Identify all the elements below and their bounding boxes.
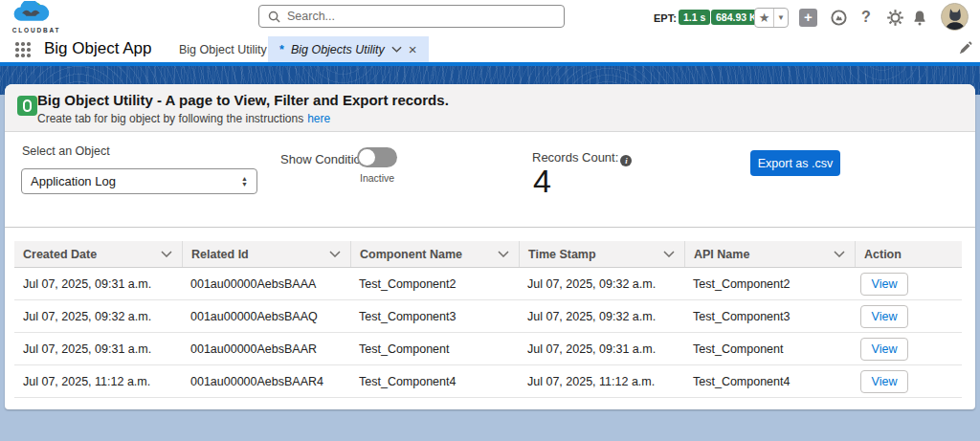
cell-component: Test_Component: [350, 333, 519, 364]
cell-timestamp: Jul 07, 2025, 09:32 a.m.: [519, 268, 684, 299]
cell-action: View: [855, 268, 962, 299]
cell-timestamp: Jul 07, 2025, 09:32 a.m.: [519, 300, 684, 332]
chevron-down-icon[interactable]: [663, 251, 675, 257]
page-title: Big Object Utility - A page to View, Fil…: [37, 92, 449, 108]
column-label: Action: [864, 248, 902, 261]
column-header-created-date[interactable]: Created Date: [14, 241, 182, 267]
chevron-down-icon[interactable]: [391, 46, 402, 53]
cell-component: Test_Component4: [350, 365, 519, 397]
chevron-down-icon[interactable]: [498, 251, 509, 257]
select-object-label: Select an Object: [22, 144, 110, 158]
show-conditions-toggle[interactable]: [357, 147, 397, 167]
big-object-utility-card: Big Object Utility - A page to View, Fil…: [5, 84, 975, 409]
global-search[interactable]: [258, 5, 565, 28]
info-icon[interactable]: i: [620, 155, 632, 166]
favorites-control: ★ ▼: [754, 8, 789, 28]
big-object-icon: [17, 96, 37, 116]
table-row: Jul 07, 2025, 09:32 a.m.001au00000AebsBA…: [14, 300, 962, 333]
notifications-button[interactable]: [910, 8, 929, 27]
toggle-knob: [359, 149, 375, 165]
tab-label: Big Objects Utility: [291, 43, 385, 56]
page-subtitle: Create tab for big object by following t…: [37, 112, 330, 125]
tab-big-objects-utility[interactable]: * Big Objects Utility ×: [268, 36, 429, 62]
cell-api: Test_Component: [684, 333, 855, 364]
tab-bar: Big Object App Big Object Utility V2 * B…: [0, 36, 980, 62]
global-header: CLOUDBAT EPT: 1.1 s 684.93 KB ★ ▼ + ?: [0, 0, 980, 36]
guidance-center-button[interactable]: [829, 8, 848, 27]
cell-created: Jul 07, 2025, 09:31 a.m.: [14, 333, 182, 364]
cell-component: Test_Component2: [350, 268, 519, 299]
column-label: Component Name: [360, 248, 462, 261]
cell-action: View: [855, 333, 962, 364]
favorite-star-button[interactable]: ★: [755, 9, 773, 27]
records-table: Created DateRelated IdComponent NameTime…: [14, 241, 962, 398]
table-body: Jul 07, 2025, 09:31 a.m.001au00000AebsBA…: [14, 268, 962, 398]
cell-timestamp: Jul 07, 2025, 11:12 a.m.: [519, 365, 684, 397]
edit-page-button[interactable]: [958, 41, 972, 59]
column-header-action: Action: [855, 241, 962, 267]
view-button[interactable]: View: [860, 338, 908, 361]
column-label: API Name: [694, 248, 749, 261]
column-label: Related Id: [191, 248, 249, 261]
cell-related: 001au00000AebsBAAA: [182, 268, 350, 299]
column-label: Time Stamp: [528, 248, 596, 261]
column-header-time-stamp[interactable]: Time Stamp: [519, 241, 684, 267]
chevron-down-icon[interactable]: [329, 251, 341, 257]
cell-created: Jul 07, 2025, 11:12 a.m.: [14, 365, 182, 397]
table-header-row: Created DateRelated IdComponent NameTime…: [14, 241, 962, 268]
app-launcher-icon[interactable]: [15, 42, 31, 57]
unsaved-marker: *: [279, 43, 284, 56]
table-row: Jul 07, 2025, 09:31 a.m.001au00000AebsBA…: [14, 268, 962, 300]
cell-action: View: [855, 300, 962, 332]
page-banner: Big Object Utility - A page to View, Fil…: [5, 84, 975, 132]
ept-label: EPT:: [654, 12, 677, 24]
page-root: CLOUDBAT EPT: 1.1 s 684.93 KB ★ ▼ + ?: [0, 0, 980, 441]
column-header-related-id[interactable]: Related Id: [182, 241, 350, 267]
export-csv-button[interactable]: Export as .csv: [750, 150, 840, 176]
column-header-api-name[interactable]: API Name: [684, 241, 855, 267]
subtitle-text: Create tab for big object by following t…: [37, 112, 303, 125]
cell-related: 001au00000AebsBAAR4: [182, 365, 350, 397]
quick-create-button[interactable]: +: [799, 9, 817, 27]
records-count-value: 4: [533, 163, 551, 200]
guidance-icon: [830, 9, 848, 27]
cell-created: Jul 07, 2025, 09:32 a.m.: [14, 300, 182, 332]
app-name: Big Object App: [44, 39, 151, 58]
chevron-down-icon[interactable]: [834, 251, 845, 257]
cell-created: Jul 07, 2025, 09:31 a.m.: [14, 268, 182, 299]
section-divider: [5, 227, 975, 228]
search-input[interactable]: [287, 10, 564, 23]
pencil-icon: [958, 41, 972, 55]
instructions-link[interactable]: here: [307, 112, 330, 125]
cloudbat-logo-icon: [8, 1, 57, 24]
user-avatar[interactable]: [941, 3, 969, 31]
cell-component: Test_Component3: [350, 300, 519, 332]
view-button[interactable]: View: [860, 370, 908, 393]
favorites-dropdown-button[interactable]: ▼: [774, 9, 788, 27]
cell-related: 001au00000AebsBAAQ: [182, 300, 350, 332]
toggle-state-text: Inactive: [360, 172, 394, 184]
column-header-component-name[interactable]: Component Name: [350, 241, 519, 267]
avatar-image: [942, 4, 969, 31]
app-logo[interactable]: CLOUDBAT: [8, 1, 65, 33]
close-tab-icon[interactable]: ×: [409, 42, 417, 56]
object-select-value: Application Log: [31, 174, 116, 188]
setup-button[interactable]: [885, 8, 904, 27]
cell-related: 001au00000AebsBAAR: [182, 333, 350, 364]
view-button[interactable]: View: [860, 273, 908, 296]
cell-api: Test_Component2: [684, 268, 855, 299]
bell-icon: [911, 9, 928, 27]
chevron-down-icon[interactable]: [161, 251, 172, 257]
help-button[interactable]: ?: [861, 9, 871, 26]
view-button[interactable]: View: [860, 305, 908, 328]
cell-timestamp: Jul 07, 2025, 09:31 a.m.: [519, 333, 684, 364]
select-spinner-icon: ▲▼: [241, 176, 248, 187]
cell-action: View: [855, 365, 962, 397]
table-row: Jul 07, 2025, 09:31 a.m.001au00000AebsBA…: [14, 333, 962, 365]
object-select[interactable]: Application Log ▲▼: [21, 168, 257, 194]
table-row: Jul 07, 2025, 11:12 a.m.001au00000AebsBA…: [14, 365, 962, 398]
cell-api: Test_Component3: [684, 300, 855, 332]
gear-icon: [886, 9, 904, 27]
ept-time-badge: 1.1 s: [679, 10, 710, 25]
search-icon: [268, 11, 280, 23]
